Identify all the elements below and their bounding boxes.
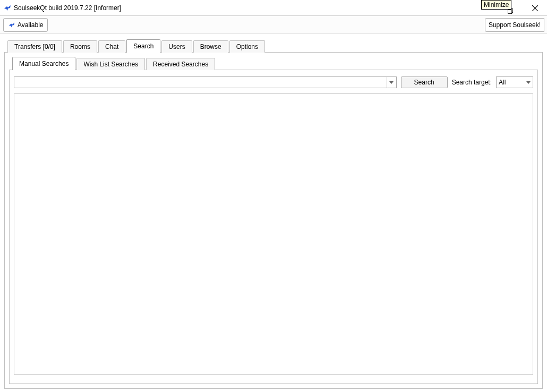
support-button[interactable]: Support Soulseek! bbox=[485, 18, 544, 32]
available-label: Available bbox=[18, 21, 43, 29]
tab-users[interactable]: Users bbox=[161, 40, 192, 53]
window-title: SoulseekQt build 2019.7.22 [Informer] bbox=[14, 4, 121, 12]
tab-rooms[interactable]: Rooms bbox=[63, 40, 97, 53]
search-target-label: Search target: bbox=[452, 79, 492, 86]
bird-icon bbox=[8, 21, 15, 29]
main-tab-page: Manual Searches Wish List Searches Recei… bbox=[4, 52, 543, 389]
search-dropdown-button[interactable] bbox=[387, 77, 396, 88]
main-tab-strip: Transfers [0/0] Rooms Chat Search Users … bbox=[7, 39, 543, 52]
available-button[interactable]: Available bbox=[3, 18, 48, 32]
search-target-value: All bbox=[499, 79, 506, 86]
svg-rect-2 bbox=[508, 10, 511, 13]
search-tab-strip: Manual Searches Wish List Searches Recei… bbox=[12, 57, 538, 70]
support-label: Support Soulseek! bbox=[489, 21, 541, 29]
tab-received-searches[interactable]: Received Searches bbox=[146, 58, 215, 70]
close-button[interactable] bbox=[523, 0, 547, 16]
search-button[interactable]: Search bbox=[401, 76, 448, 88]
app-icon bbox=[3, 4, 12, 12]
search-tab-page: Search Search target: All bbox=[9, 70, 538, 384]
tab-transfers[interactable]: Transfers [0/0] bbox=[7, 40, 62, 53]
minimize-tooltip: Minimize bbox=[481, 0, 511, 10]
search-results-area bbox=[14, 93, 533, 375]
search-row: Search Search target: All bbox=[14, 76, 533, 88]
tab-manual-searches[interactable]: Manual Searches bbox=[12, 57, 75, 70]
tab-wishlist-searches[interactable]: Wish List Searches bbox=[76, 58, 145, 70]
content-area: Transfers [0/0] Rooms Chat Search Users … bbox=[0, 34, 547, 392]
search-combo[interactable] bbox=[14, 76, 397, 88]
tab-browse[interactable]: Browse bbox=[193, 40, 228, 53]
toolbar: Available Support Soulseek! bbox=[0, 16, 547, 34]
tab-chat[interactable]: Chat bbox=[98, 40, 125, 53]
tab-search[interactable]: Search bbox=[126, 39, 160, 53]
titlebar: SoulseekQt build 2019.7.22 [Informer] bbox=[0, 0, 547, 16]
search-input[interactable] bbox=[14, 77, 387, 88]
app-window: Minimize SoulseekQt build 2019.7.22 [Inf… bbox=[0, 0, 547, 392]
search-target-select[interactable]: All bbox=[496, 76, 533, 88]
chevron-down-icon bbox=[526, 81, 531, 84]
tab-options[interactable]: Options bbox=[229, 40, 265, 53]
